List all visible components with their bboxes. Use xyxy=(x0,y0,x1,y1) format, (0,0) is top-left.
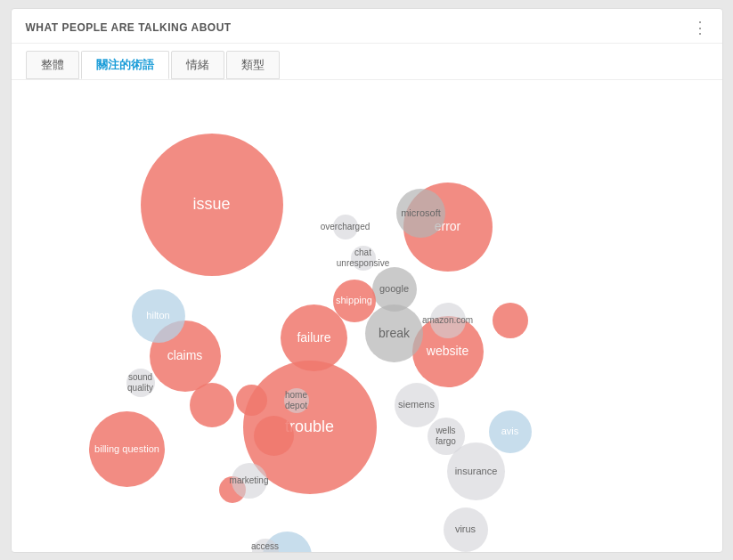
bubble-label-trouble: trouble xyxy=(283,416,336,439)
bubble-small_pink2 xyxy=(236,385,267,416)
bubble-label-insurance: insurance xyxy=(453,464,500,479)
bubble-label-chat_unresponsive: chat unresponsive xyxy=(335,246,391,271)
card: WHAT PEOPLE ARE TALKING ABOUT ⋮ 整體關注的術語情… xyxy=(11,8,723,553)
bubble-chart: issuetroubleerrorwebsitefailureclaimsbil… xyxy=(12,80,722,552)
bubble-break: break xyxy=(365,304,423,362)
bubble-chat_unresponsive: chat unresponsive xyxy=(351,246,376,271)
bubble-virus: virus xyxy=(444,507,488,552)
bubble-small_pink3 xyxy=(219,476,246,503)
bubble-amazon: amazon.com xyxy=(430,303,466,338)
bubble-hilton: hilton xyxy=(132,289,185,343)
bubble-label-shipping: shipping xyxy=(334,293,374,308)
bubble-label-google: google xyxy=(378,281,411,296)
bubble-label-avis: avis xyxy=(500,424,521,439)
more-options-icon[interactable]: ⋮ xyxy=(692,20,708,36)
tabs-bar: 整體關注的術語情緒類型 xyxy=(12,44,722,80)
bubble-issue: issue xyxy=(141,134,283,276)
bubble-insurance: insurance xyxy=(447,442,505,500)
bubble-label-break: break xyxy=(377,324,411,343)
tab-overall[interactable]: 整體 xyxy=(26,51,79,79)
bubble-sears: sears xyxy=(263,532,312,552)
bubble-label-sound_quality: sound quality xyxy=(126,370,155,395)
bubble-label-hilton: hilton xyxy=(144,308,171,323)
bubble-label-virus: virus xyxy=(453,522,477,537)
bubble-small_pink1 xyxy=(254,416,294,456)
bubble-error: error xyxy=(403,183,493,272)
card-header: WHAT PEOPLE ARE TALKING ABOUT ⋮ xyxy=(12,9,722,44)
bubble-label-microsoft: microsoft xyxy=(399,206,443,221)
bubble-overcharged: overcharged xyxy=(333,215,358,239)
bubble-claims: claims xyxy=(150,321,221,392)
bubble-label-failure: failure xyxy=(295,329,332,347)
bubble-microsoft: microsoft xyxy=(396,189,445,238)
bubble-label-marketing: marketing xyxy=(228,474,271,488)
bubble-small_pink5 xyxy=(190,383,234,427)
bubble-marketing: marketing xyxy=(232,463,267,499)
bubble-shipping: shipping xyxy=(333,280,376,322)
bubble-home_depot: home depot xyxy=(284,388,309,413)
bubble-label-home_depot: home depot xyxy=(283,388,309,413)
bubble-label-website: website xyxy=(425,342,470,361)
tab-type[interactable]: 類型 xyxy=(226,51,280,79)
bubble-label-sears: sears xyxy=(273,548,301,552)
bubble-label-siemens: siemens xyxy=(396,397,436,412)
bubble-label-billing_question: billing question xyxy=(93,442,161,457)
tab-sentiment[interactable]: 情緒 xyxy=(171,51,224,79)
bubble-sound_quality: sound quality xyxy=(126,369,155,397)
bubble-avis: avis xyxy=(489,410,532,453)
bubble-label-amazon: amazon.com xyxy=(420,313,475,328)
bubble-label-wells_fargo: wells fargo xyxy=(428,424,465,449)
bubble-billing_question: billing question xyxy=(89,411,165,487)
bubble-access_issue: access issue xyxy=(252,539,279,552)
tab-keywords[interactable]: 關注的術語 xyxy=(81,51,169,79)
bubble-trouble: trouble xyxy=(243,361,377,494)
bubble-label-claims: claims xyxy=(166,346,205,365)
card-title: WHAT PEOPLE ARE TALKING ABOUT xyxy=(26,21,232,34)
bubble-failure: failure xyxy=(281,304,347,371)
bubble-label-issue: issue xyxy=(191,193,232,216)
bubble-label-access_issue: access issue xyxy=(249,540,281,552)
bubble-label-error: error xyxy=(433,217,463,236)
bubble-siemens: siemens xyxy=(395,383,439,427)
bubble-label-overcharged: overcharged xyxy=(319,220,372,234)
bubble-website: website xyxy=(412,316,484,387)
bubble-google: google xyxy=(372,267,417,312)
bubble-small_pink4 xyxy=(493,303,528,338)
bubble-wells_fargo: wells fargo xyxy=(428,418,465,455)
